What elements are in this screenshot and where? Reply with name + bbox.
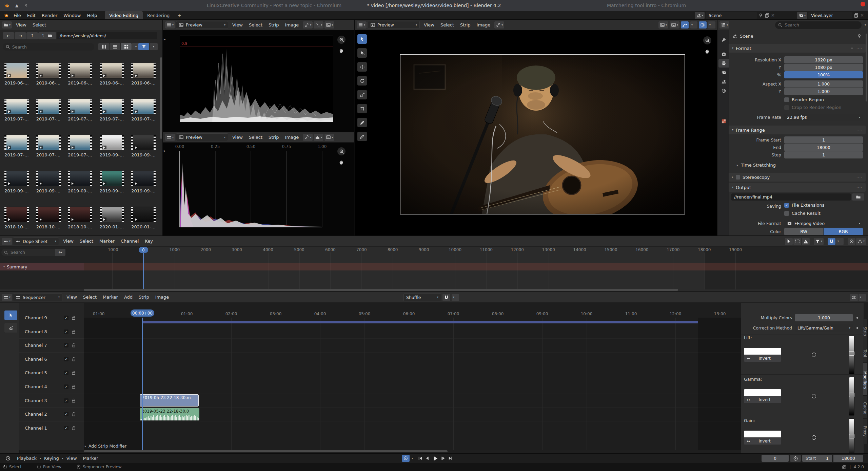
menu-view[interactable]: View	[229, 20, 246, 30]
properties-scrollbar[interactable]	[866, 34, 867, 101]
sidebar-tab-modifiers[interactable]: Modifiers	[863, 362, 868, 398]
tab-view-layer[interactable]	[718, 68, 729, 77]
tab-scene[interactable]	[718, 77, 729, 86]
dope-mode-dropdown[interactable]: Dope Sheet▾	[13, 238, 59, 245]
properties-search-input[interactable]: Search	[775, 21, 862, 29]
menu-edit[interactable]: Edit	[24, 11, 39, 21]
gain-value-slider[interactable]	[849, 418, 854, 453]
menu-view[interactable]: View	[421, 20, 437, 30]
file-thumbnail[interactable]	[4, 99, 29, 114]
slider-handle[interactable]	[849, 351, 854, 356]
file-thumbnail[interactable]	[36, 171, 61, 186]
frame-start-field[interactable]: 1	[784, 136, 863, 144]
file-thumbnail[interactable]	[100, 171, 124, 186]
playback-menu-marker[interactable]: Marker	[80, 453, 101, 464]
menu-select[interactable]: Select	[77, 236, 96, 246]
resolution-percent-field[interactable]: 100%	[784, 71, 863, 78]
sync-dropdown[interactable]: ▾	[412, 457, 413, 460]
editor-type-button[interactable]: ▾	[165, 134, 175, 141]
blade-tool[interactable]	[4, 323, 17, 333]
add-workspace-button[interactable]: +	[174, 13, 184, 18]
menu-key[interactable]: Key	[142, 236, 156, 246]
only-errors-toggle[interactable]	[802, 238, 810, 245]
file-thumbnail[interactable]	[68, 207, 92, 222]
stereoscopy-panel-header[interactable]: ▸ Stereoscopy ····	[729, 173, 866, 182]
sidebar-tab-strip[interactable]: Strip	[863, 319, 868, 344]
snapping-toggle[interactable]	[828, 238, 835, 245]
menu-select[interactable]: Select	[437, 20, 457, 30]
audio-strip[interactable]: 2019-05-23 22-18-30.0	[140, 408, 199, 420]
file-thumbnail[interactable]	[131, 63, 156, 78]
seq-overlays-dropdown[interactable]: ▾	[859, 294, 866, 301]
cache-result-checkbox[interactable]	[784, 211, 789, 216]
scene-name-field[interactable]: Scene	[706, 12, 757, 19]
new-layer-icon[interactable]	[854, 13, 859, 18]
falloff-dropdown[interactable]: ▾	[856, 238, 866, 245]
dope-filter-invert-button[interactable]: ↔	[55, 249, 65, 256]
channel-lock-icon[interactable]	[71, 426, 76, 430]
menu-help[interactable]: Help	[84, 11, 100, 21]
channel-lock-icon[interactable]	[71, 370, 76, 375]
preview-shading-dropdown[interactable]: ▾	[658, 21, 668, 29]
channel-lock-icon[interactable]	[71, 343, 76, 347]
menu-view[interactable]: View	[63, 292, 80, 302]
lift-value-slider[interactable]	[849, 336, 854, 374]
use-preview-range-button[interactable]	[790, 455, 801, 462]
pan-gizmo[interactable]	[337, 46, 346, 55]
animate-dot[interactable]	[856, 317, 858, 319]
workspace-tab-video-editing[interactable]: Video Editing	[105, 11, 143, 20]
channel-lock-icon[interactable]	[71, 384, 76, 389]
blender-menu-icon[interactable]	[3, 13, 8, 18]
dope-timeline[interactable]: -100001000200030004000500060007000800090…	[0, 247, 868, 289]
animate-dot[interactable]	[856, 327, 858, 329]
zoom-gizmo[interactable]	[337, 147, 346, 155]
frame-end-field[interactable]: 18000	[784, 144, 863, 151]
channel-mute-checkbox[interactable]: ✓	[64, 412, 68, 416]
pin-id-icon[interactable]	[857, 34, 862, 39]
gizmos-toggle[interactable]	[681, 21, 689, 29]
file-thumbnail[interactable]	[36, 99, 61, 114]
summary-channel[interactable]: ▾Summary	[0, 263, 84, 270]
view-layer-field[interactable]: ViewLayer	[808, 12, 852, 19]
menu-file[interactable]: File	[11, 11, 24, 21]
aspect-y-field[interactable]: 1.000	[784, 88, 863, 95]
sidebar-tab-proxy[interactable]: Proxy	[863, 418, 868, 444]
channel-lock-icon[interactable]	[71, 398, 76, 403]
filter-dropdown[interactable]: ▾	[814, 238, 824, 245]
menu-view[interactable]: View	[60, 236, 77, 246]
filter-settings-dropdown[interactable]: ▾	[150, 43, 158, 50]
preview-display-dropdown[interactable]: ▾	[670, 21, 679, 29]
delete-layer-icon[interactable]: ✕	[860, 13, 864, 18]
file-thumbnail[interactable]	[36, 207, 61, 222]
filter-toggle-button[interactable]	[138, 43, 149, 50]
file-thumbnail[interactable]	[131, 171, 156, 186]
menu-channel[interactable]: Channel	[118, 236, 142, 246]
gizmos-dropdown[interactable]: ▾	[690, 21, 697, 29]
file-thumbnail[interactable]	[36, 63, 61, 78]
output-panel-header[interactable]: ▾Output ····	[729, 183, 866, 192]
view-layer-selector[interactable]: ▾	[797, 12, 807, 19]
link-dropdown[interactable]: ▾	[303, 21, 313, 29]
back-button[interactable]: ←	[3, 32, 14, 39]
file-thumbnail[interactable]	[4, 207, 29, 222]
link-dropdown[interactable]: ▾	[494, 21, 504, 29]
format-panel-header[interactable]: ▾Format ≡ ····	[729, 44, 866, 53]
background-tab-title-2[interactable]: Matchering tool intro - Chromium	[607, 3, 686, 8]
menu-image[interactable]: Image	[282, 20, 302, 30]
dope-search-input[interactable]: Search	[1, 249, 55, 256]
current-frame-field[interactable]: 0	[762, 455, 789, 462]
file-thumbnail[interactable]	[4, 171, 29, 186]
crop-render-region-checkbox[interactable]	[784, 105, 789, 110]
tweak-tool[interactable]	[357, 48, 367, 58]
channel-mute-checkbox[interactable]: ✓	[64, 384, 68, 389]
gain-invert-button[interactable]: ↔Invert	[744, 438, 781, 445]
time-stretching-subpanel[interactable]: ▸Time Stretching	[737, 163, 776, 168]
aspect-x-field[interactable]: 1.000	[784, 80, 863, 88]
sidebar-tab-cache[interactable]: Cache	[863, 395, 868, 421]
select-box-tool[interactable]	[357, 34, 367, 44]
channel-lock-icon[interactable]	[71, 412, 76, 416]
channel-mute-checkbox[interactable]: ✓	[64, 343, 68, 347]
video-strip[interactable]: 2019-05-23 22-18-30.m	[140, 394, 199, 407]
menu-view[interactable]: View	[229, 132, 246, 143]
menu-image[interactable]: Image	[474, 20, 494, 30]
